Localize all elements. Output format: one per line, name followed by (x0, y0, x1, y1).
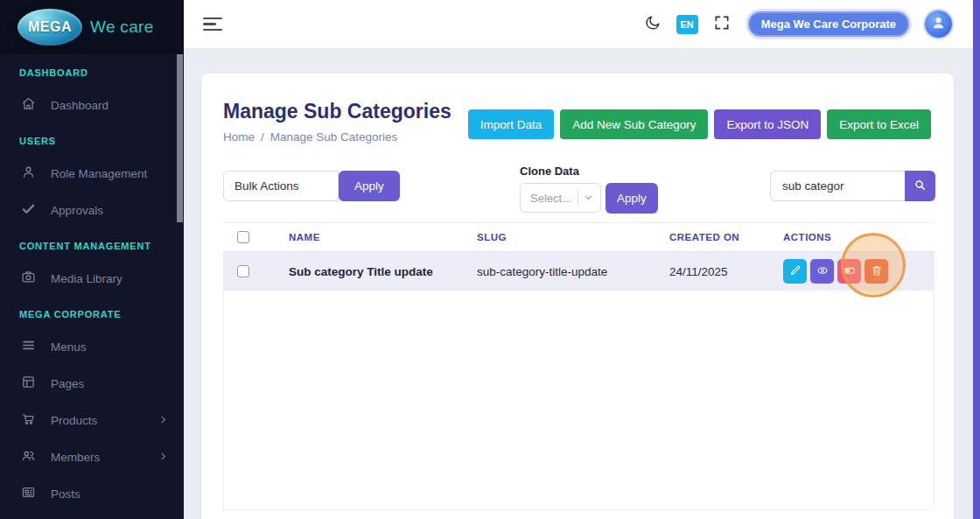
sidebar-item-label: Members (51, 451, 100, 464)
edit-button[interactable] (783, 259, 807, 284)
logo-text: MEGA (28, 19, 72, 35)
page-head: Manage Sub Categories Home / Manage Sub … (223, 100, 452, 144)
search-input[interactable] (770, 171, 905, 201)
column-header-created-on[interactable]: CREATED ON (655, 232, 769, 242)
sidebar-item-label: Menus (51, 340, 87, 354)
user-icon (21, 165, 36, 183)
chevron-right-icon (158, 449, 168, 465)
nav-section-mega-corporate: MEGA CORPORATE Menus Pages Products Memb… (0, 306, 184, 512)
hamburger-bar (203, 29, 222, 32)
sidebar-item-role-management[interactable]: Role Management (0, 155, 184, 192)
brand-logo[interactable]: MEGA We care (0, 0, 184, 54)
sidebar-nav: DASHBOARD Dashboard USERS Role Managemen… (0, 54, 184, 512)
add-new-sub-category-button[interactable]: Add New Sub Category (560, 109, 708, 139)
manage-sub-categories-card: Manage Sub Categories Home / Manage Sub … (201, 74, 954, 519)
breadcrumb-current: Manage Sub Categories (270, 130, 398, 144)
main-content: Manage Sub Categories Home / Manage Sub … (184, 49, 973, 519)
search-button[interactable] (905, 171, 935, 201)
search-group (770, 171, 935, 201)
sidebar-item-label: Media Library (51, 272, 122, 285)
column-header-slug[interactable]: SLUG (463, 232, 655, 242)
user-avatar[interactable] (925, 11, 952, 38)
sidebar-toggle-button[interactable] (203, 14, 222, 35)
nav-section-content-management: CONTENT MANAGEMENT Media Library (0, 238, 184, 297)
sidebar-item-dashboard[interactable]: Dashboard (0, 87, 184, 123)
language-badge[interactable]: EN (676, 15, 698, 34)
breadcrumb: Home / Manage Sub Categories (223, 130, 452, 144)
menu-icon (21, 338, 36, 356)
table-row: Sub category Title update sub-category-t… (223, 252, 934, 291)
section-label: CONTENT MANAGEMENT (0, 238, 184, 254)
home-icon (21, 96, 36, 115)
column-header-name[interactable]: NAME (275, 232, 463, 242)
bulk-actions-group: Bulk Actions Apply (223, 171, 400, 201)
page-title: Manage Sub Categories (223, 100, 452, 123)
sidebar-item-media-library[interactable]: Media Library (0, 260, 184, 297)
trash-icon (871, 264, 883, 279)
sidebar-item-label: Dashboard (51, 99, 108, 112)
sidebar-item-posts[interactable]: Posts (0, 475, 184, 512)
bulk-apply-button[interactable]: Apply (339, 171, 400, 201)
sidebar-item-products[interactable]: Products (0, 402, 184, 438)
export-to-excel-button[interactable]: Export to Excel (827, 109, 931, 139)
dark-mode-toggle[interactable] (642, 14, 663, 35)
select-separator (578, 190, 578, 206)
breadcrumb-home-link[interactable]: Home (223, 130, 255, 144)
section-label: MEGA CORPORATE (0, 306, 184, 322)
person-icon (930, 14, 947, 34)
page-scrollbar[interactable] (973, 0, 980, 519)
row-name: Sub category Title update (275, 265, 463, 278)
hamburger-bar (203, 18, 222, 20)
breadcrumb-separator: / (261, 130, 264, 144)
import-data-button[interactable]: Import Data (468, 109, 555, 139)
row-actions (769, 259, 934, 284)
table-empty-area (223, 291, 934, 510)
logo-tagline: We care (90, 18, 154, 37)
row-slug: sub-category-title-update (463, 265, 655, 278)
topbar-right: EN Mega We Care Corporate (642, 9, 952, 39)
column-header-actions: ACTIONS (769, 232, 934, 242)
sidebar-item-label: Posts (51, 487, 80, 501)
sidebar-item-pages[interactable]: Pages (0, 365, 184, 402)
page-action-buttons: Import Data Add New Sub Category Export … (468, 109, 931, 139)
clone-data-group: Clone Data Select... Apply (520, 165, 658, 214)
sidebar-item-label: Pages (51, 377, 84, 390)
sidebar-item-label: Role Management (51, 167, 147, 180)
section-label: DASHBOARD (0, 65, 184, 81)
sidebar-item-label: Products (51, 414, 97, 427)
clone-apply-button[interactable]: Apply (606, 183, 658, 214)
delete-button[interactable] (864, 259, 888, 284)
toggle-icon (844, 264, 856, 279)
pages-icon (21, 375, 36, 393)
search-icon (914, 179, 927, 194)
table-header-row: NAME SLUG CREATED ON ACTIONS (223, 222, 934, 252)
chevron-down-icon (584, 190, 593, 206)
check-icon (21, 201, 36, 220)
toggle-status-button[interactable] (837, 259, 861, 284)
row-created-on: 24/11/2025 (655, 265, 769, 278)
topbar: EN Mega We Care Corporate (184, 0, 973, 49)
select-all-checkbox[interactable] (237, 231, 249, 243)
clone-data-select[interactable]: Select... (520, 183, 601, 213)
fullscreen-button[interactable] (711, 14, 732, 35)
sidebar-item-menus[interactable]: Menus (0, 328, 184, 365)
clone-data-row: Select... Apply (520, 183, 658, 214)
camera-icon (21, 270, 36, 288)
chevron-right-icon (158, 412, 168, 428)
sidebar-item-approvals[interactable]: Approvals (0, 192, 184, 228)
export-to-json-button[interactable]: Export to JSON (714, 109, 821, 139)
section-label: USERS (0, 133, 184, 149)
cart-icon (21, 411, 36, 430)
app-root: MEGA We care DASHBOARD Dashboard USERS R… (0, 0, 980, 519)
clone-data-label: Clone Data (520, 165, 658, 178)
sidebar: MEGA We care DASHBOARD Dashboard USERS R… (0, 0, 184, 519)
sidebar-item-members[interactable]: Members (0, 438, 184, 475)
fullscreen-icon (713, 14, 731, 35)
row-checkbox[interactable] (237, 265, 249, 277)
nav-section-users: USERS Role Management Approvals (0, 133, 184, 228)
bulk-actions-select[interactable]: Bulk Actions (223, 171, 339, 201)
tenant-selector[interactable]: Mega We Care Corporate (746, 9, 912, 39)
view-button[interactable] (810, 259, 834, 284)
hamburger-bar (203, 23, 216, 25)
posts-icon (21, 485, 36, 503)
